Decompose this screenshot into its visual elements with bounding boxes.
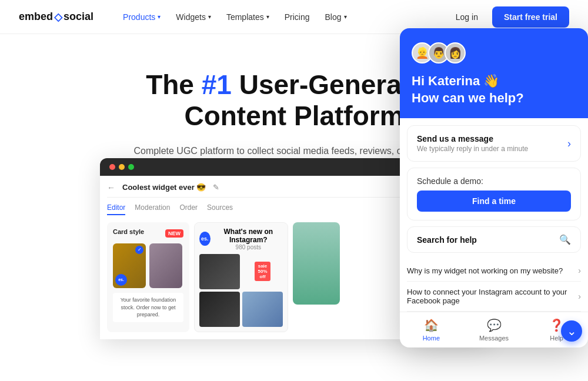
find-time-button[interactable]: Find a time <box>417 190 571 212</box>
chevron-down-icon: ▾ <box>208 14 211 20</box>
check-icon: ✓ <box>135 246 143 254</box>
logo[interactable]: embed ◇ social <box>19 11 93 24</box>
card-style-label: Card style <box>113 228 144 235</box>
chevron-down-icon: ▾ <box>158 14 161 20</box>
faq-item-1-text: Why is my widget not working on my websi… <box>407 266 563 275</box>
search-label: Search for help <box>417 235 477 245</box>
card-img-1: ✓ es. <box>113 243 146 288</box>
ig-img-2: sale50%off <box>242 254 283 289</box>
maximize-dot <box>128 164 134 170</box>
chat-header: 👱 👨 👩 Hi Katerina 👋 How can we help? <box>400 28 588 118</box>
chevron-down-icon: ▾ <box>344 14 347 20</box>
send-message-content: Send us a message We typically reply in … <box>417 134 528 153</box>
card-style-panel: Card style NEW ✓ es. <box>107 222 189 332</box>
sale-badge: sale50%off <box>255 262 270 281</box>
widget-title: Coolest widget ever 😎 <box>122 183 206 192</box>
login-link[interactable]: Log in <box>449 9 485 25</box>
logo-text2: social <box>64 11 93 23</box>
footer-help-label: Help <box>550 335 563 342</box>
nav-links: Products ▾ Widgets ▾ Templates ▾ Pricing… <box>117 9 449 25</box>
chat-faq: Why is my widget not working on my websi… <box>400 260 588 312</box>
ig-title: What's new on Instagram? <box>214 228 283 244</box>
brand-icon: es. <box>115 274 127 286</box>
messages-icon: 💬 <box>487 318 502 332</box>
card-text: Your favorite foundation stock. Order no… <box>113 293 183 322</box>
search-help-option[interactable]: Search for help 🔍 <box>407 226 581 253</box>
chat-widget: 👱 👨 👩 Hi Katerina 👋 How can we help? Sen… <box>400 28 588 347</box>
nav-actions: Log in Start free trial <box>449 6 569 28</box>
tab-editor[interactable]: Editor <box>107 203 125 215</box>
avatar-3: 👩 <box>445 42 466 63</box>
ig-card: es. What's new on Instagram? 980 posts s… <box>194 222 288 332</box>
footer-home[interactable]: 🏠 Home <box>400 312 463 347</box>
ig-info: What's new on Instagram? 980 posts <box>214 228 283 250</box>
arrow-icon: › <box>567 138 571 150</box>
send-message-title: Send us a message <box>417 134 528 143</box>
headline-line2: Content Platform <box>184 101 403 131</box>
card-images: ✓ es. <box>113 243 183 288</box>
ig-img-4 <box>242 292 283 327</box>
footer-messages-label: Messages <box>479 335 509 342</box>
nav-templates[interactable]: Templates ▾ <box>220 9 275 25</box>
back-button[interactable]: ← <box>107 183 115 192</box>
ig-grid: sale50%off <box>199 254 283 327</box>
send-message-option[interactable]: Send us a message We typically reply in … <box>407 125 581 162</box>
edit-icon[interactable]: ✎ <box>213 183 219 192</box>
search-icon: 🔍 <box>559 234 571 245</box>
page-wrapper: embed ◇ social Products ▾ Widgets ▾ Temp… <box>0 0 588 381</box>
nav-cta-button[interactable]: Start free trial <box>492 6 569 28</box>
ig-posts: 980 posts <box>214 244 283 250</box>
chat-avatars: 👱 👨 👩 <box>412 42 576 63</box>
footer-home-label: Home <box>423 335 440 342</box>
ig-header: es. What's new on Instagram? 980 posts <box>199 228 283 250</box>
schedule-label: Schedule a demo: <box>417 176 571 186</box>
chat-greeting: Hi Katerina 👋 How can we help? <box>412 73 576 106</box>
home-icon: 🏠 <box>424 318 439 332</box>
chevron-right-icon: › <box>578 266 581 275</box>
chevron-down-icon: ▾ <box>266 14 269 20</box>
faq-item-2[interactable]: How to connect your Instagram account to… <box>407 282 581 312</box>
headline-accent: #1 <box>202 69 232 100</box>
nav-widgets[interactable]: Widgets ▾ <box>170 9 217 25</box>
close-dot <box>109 164 115 170</box>
faq-item-1[interactable]: Why is my widget not working on my websi… <box>407 260 581 282</box>
tab-sources[interactable]: Sources <box>207 203 233 215</box>
third-preview <box>293 222 340 305</box>
chat-body: Send us a message We typically reply in … <box>400 118 588 260</box>
new-badge: NEW <box>165 229 183 238</box>
send-message-sub: We typically reply in under a minute <box>417 145 528 153</box>
headline-part1: The <box>146 69 202 100</box>
tab-order[interactable]: Order <box>179 203 198 215</box>
tab-moderation[interactable]: Moderation <box>135 203 170 215</box>
card-img-2 <box>149 243 182 288</box>
chat-fab-button[interactable]: ⌄ <box>561 320 582 342</box>
nav-products[interactable]: Products ▾ <box>117 9 166 25</box>
ig-img-3 <box>199 292 240 327</box>
chevron-down-icon: ⌄ <box>567 325 577 337</box>
nav-blog[interactable]: Blog ▾ <box>319 9 353 25</box>
nav-pricing[interactable]: Pricing <box>279 9 316 25</box>
chevron-right-icon-2: › <box>578 292 581 301</box>
logo-text: embed <box>19 11 53 23</box>
chat-footer: 🏠 Home 💬 Messages ❓ Help <box>400 312 588 347</box>
ig-img-1 <box>199 254 240 289</box>
ig-avatar: es. <box>199 232 211 246</box>
send-message-row: Send us a message We typically reply in … <box>417 134 571 153</box>
footer-messages[interactable]: 💬 Messages <box>463 312 526 347</box>
schedule-demo-panel: Schedule a demo: Find a time <box>407 168 581 220</box>
logo-icon: ◇ <box>54 11 62 24</box>
minimize-dot <box>119 164 125 170</box>
faq-item-2-text: How to connect your Instagram account to… <box>407 288 578 305</box>
